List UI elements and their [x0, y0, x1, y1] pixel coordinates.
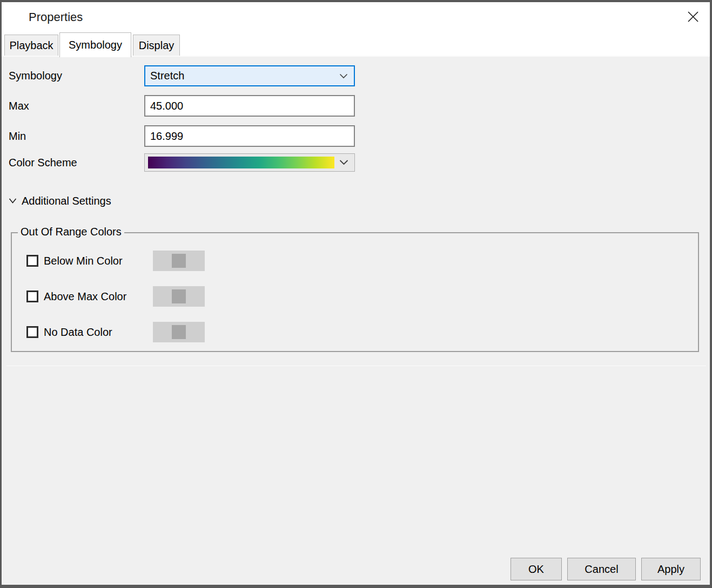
symbology-dropdown[interactable]: Stretch [144, 65, 355, 86]
no-data-color-button[interactable] [153, 322, 205, 342]
symbology-selected-value: Stretch [150, 70, 184, 82]
max-label: Max [9, 95, 29, 117]
above-max-color-label: Above Max Color [44, 290, 126, 303]
additional-settings-label: Additional Settings [22, 195, 111, 207]
screen: Properties Playback Symbology Display Sy… [0, 0, 712, 588]
apply-button[interactable]: Apply [641, 558, 701, 580]
color-swatch [172, 254, 186, 268]
close-icon [686, 10, 700, 26]
color-scheme-label: Color Scheme [9, 153, 77, 172]
below-min-color-checkbox[interactable] [26, 255, 38, 267]
tab-playback[interactable]: Playback [4, 35, 58, 56]
no-data-color-label: No Data Color [44, 326, 112, 339]
viridis-gradient-swatch [148, 157, 334, 168]
chevron-down-icon [9, 198, 17, 204]
color-swatch [172, 289, 186, 303]
horizontal-divider [6, 366, 706, 366]
above-max-color-button[interactable] [153, 286, 205, 307]
min-label: Min [9, 125, 26, 147]
min-input[interactable] [144, 125, 355, 147]
chevron-down-icon [339, 73, 348, 79]
properties-dialog: Properties Playback Symbology Display Sy… [2, 2, 710, 585]
no-data-color-checkbox[interactable] [26, 326, 38, 338]
max-input[interactable] [144, 95, 355, 117]
group-legend: Out Of Range Colors [18, 226, 124, 238]
color-scheme-dropdown[interactable] [144, 153, 355, 172]
ok-button[interactable]: OK [511, 558, 562, 580]
close-button[interactable] [682, 8, 704, 28]
below-min-color-button[interactable] [153, 251, 205, 271]
no-data-color-row: No Data Color [26, 321, 675, 343]
symbology-label: Symbology [9, 65, 62, 86]
out-of-range-colors-group: Out Of Range Colors Below Min Color Abov… [11, 232, 699, 352]
color-swatch [172, 325, 186, 339]
below-min-color-label: Below Min Color [44, 255, 123, 267]
cancel-button[interactable]: Cancel [567, 558, 636, 580]
below-min-color-row: Below Min Color [26, 250, 675, 272]
tab-display[interactable]: Display [133, 35, 180, 56]
dialog-title: Properties [29, 10, 83, 24]
above-max-color-checkbox[interactable] [26, 290, 38, 302]
additional-settings-toggle[interactable]: Additional Settings [9, 193, 111, 208]
tab-symbology[interactable]: Symbology [59, 32, 131, 57]
chevron-down-icon [339, 160, 348, 166]
above-max-color-row: Above Max Color [26, 286, 675, 307]
